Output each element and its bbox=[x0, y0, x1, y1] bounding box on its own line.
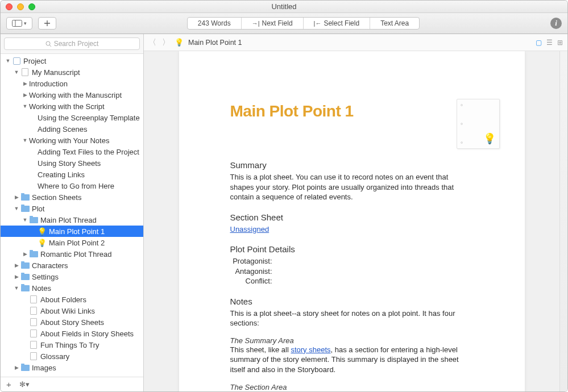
titlebar: Untitled bbox=[1, 1, 567, 13]
document-icon bbox=[20, 68, 30, 77]
tree-row[interactable]: ▶Images bbox=[1, 362, 143, 373]
list-view-button[interactable]: ☰ bbox=[546, 39, 553, 47]
tree-row[interactable]: About Fields in Story Sheets bbox=[1, 328, 143, 339]
word-count-button[interactable]: 243 Words bbox=[188, 18, 242, 29]
add-item-button[interactable]: + bbox=[6, 380, 11, 389]
tree-row[interactable]: ▶Settings bbox=[1, 271, 143, 282]
toolbar: ▾ 243 Words →|Next Field |←Select Field … bbox=[1, 13, 567, 34]
folder-icon bbox=[29, 249, 38, 258]
tree-item-label: Fun Things To Try bbox=[40, 341, 99, 349]
actions-menu-button[interactable]: ✻▾ bbox=[19, 380, 30, 389]
disclosure-triangle-icon[interactable]: ▼ bbox=[22, 103, 28, 109]
tree-row[interactable]: Creating Links bbox=[1, 169, 143, 180]
tree-row[interactable]: ▼My Manuscript bbox=[1, 66, 143, 78]
tree-row[interactable]: ▼Working with the Script bbox=[1, 101, 143, 112]
tree-row[interactable]: Using the Screenplay Template bbox=[1, 112, 143, 123]
disclosure-triangle-icon[interactable]: ▶ bbox=[22, 81, 28, 86]
folder-icon bbox=[20, 204, 30, 213]
folder-icon bbox=[29, 215, 38, 224]
sidebar-footer: + ✻▾ bbox=[1, 377, 143, 391]
notes-heading: Notes bbox=[230, 297, 474, 306]
tree-item-label: About Wiki Links bbox=[40, 307, 95, 315]
next-field-button[interactable]: →|Next Field bbox=[242, 18, 304, 29]
notes-intro[interactable]: This is a plot sheet--a story sheet for … bbox=[230, 308, 474, 328]
tree-row[interactable]: About Story Sheets bbox=[1, 316, 143, 328]
document-page: 💡 Main Plot Point 1 Summary This is a pl… bbox=[179, 51, 525, 391]
index-card[interactable]: 💡 bbox=[457, 99, 500, 149]
text-area-button[interactable]: Text Area bbox=[370, 18, 419, 29]
tree-row[interactable]: 💡Main Plot Point 2 bbox=[1, 237, 143, 248]
search-placeholder: Search Project bbox=[54, 40, 99, 48]
tree-row[interactable]: ▼Notes bbox=[1, 282, 143, 294]
tree-item-label: Introduction bbox=[29, 80, 68, 88]
select-field-button[interactable]: |←Select Field bbox=[304, 18, 371, 29]
project-tree[interactable]: ▼Project▼My Manuscript▶Introduction▶Work… bbox=[1, 54, 143, 377]
tree-row[interactable]: Adding Text Files to the Project bbox=[1, 146, 143, 157]
nav-back-button[interactable]: 〈 bbox=[148, 37, 156, 48]
disclosure-triangle-icon[interactable]: ▼ bbox=[14, 69, 19, 75]
tree-row[interactable]: Where to Go from Here bbox=[1, 180, 143, 191]
tree-row[interactable]: ▶Working with the Manuscript bbox=[1, 89, 143, 101]
page-title: Main Plot Point 1 bbox=[230, 102, 474, 120]
tree-row[interactable]: ▼Plot bbox=[1, 203, 143, 214]
summary-heading: Summary bbox=[230, 160, 474, 170]
tree-row[interactable]: Adding Scenes bbox=[1, 123, 143, 135]
section-sheet-link[interactable]: Unassigned bbox=[230, 225, 270, 233]
tree-row[interactable]: ▶Introduction bbox=[1, 78, 143, 89]
disclosure-triangle-icon[interactable]: ▼ bbox=[5, 58, 11, 64]
disclosure-triangle-icon[interactable]: ▼ bbox=[14, 206, 19, 211]
document-icon bbox=[29, 306, 38, 315]
tree-item-label: Main Plot Thread bbox=[40, 216, 97, 224]
tree-item-label: Working with the Script bbox=[29, 102, 105, 111]
search-wrap: Search Project bbox=[1, 34, 143, 54]
tree-row[interactable]: ▶Characters bbox=[1, 260, 143, 271]
folder-icon bbox=[20, 283, 30, 293]
svg-point-4 bbox=[46, 41, 50, 45]
disclosure-triangle-icon[interactable]: ▶ bbox=[14, 274, 19, 280]
info-button[interactable]: i bbox=[550, 18, 562, 29]
tree-item-label: About Fields in Story Sheets bbox=[40, 330, 134, 338]
summary-area-text[interactable]: This sheet, like all story sheets, has a… bbox=[230, 345, 474, 375]
disclosure-triangle-icon[interactable]: ▶ bbox=[14, 262, 19, 268]
disclosure-triangle-icon[interactable]: ▶ bbox=[22, 92, 28, 98]
disclosure-triangle-icon[interactable]: ▶ bbox=[22, 251, 28, 257]
tree-row[interactable]: ▼Project bbox=[1, 55, 143, 66]
document-icon bbox=[29, 329, 38, 338]
tree-item-label: Creating Links bbox=[38, 170, 85, 179]
search-input[interactable]: Search Project bbox=[4, 37, 140, 50]
tree-row[interactable]: Glossary bbox=[1, 351, 143, 362]
tree-row[interactable]: Using Story Sheets bbox=[1, 157, 143, 169]
disclosure-triangle-icon[interactable]: ▶ bbox=[14, 365, 19, 370]
tree-row[interactable]: ▼Working with Your Notes bbox=[1, 135, 143, 146]
svg-rect-0 bbox=[13, 20, 22, 27]
tree-row[interactable]: Fun Things To Try bbox=[1, 339, 143, 351]
tree-item-label: Project bbox=[23, 57, 46, 65]
tree-row[interactable]: ▼Main Plot Thread bbox=[1, 214, 143, 226]
section-sheet-heading: Section Sheet bbox=[230, 212, 474, 222]
tree-row[interactable]: 💡Main Plot Point 1 bbox=[1, 226, 143, 237]
single-view-button[interactable]: ▢ bbox=[536, 39, 542, 47]
summary-text[interactable]: This is a plot sheet. You can use it to … bbox=[230, 172, 474, 202]
disclosure-triangle-icon[interactable]: ▼ bbox=[22, 137, 28, 143]
nav-forward-button[interactable]: 〉 bbox=[162, 37, 170, 48]
sidebar-toggle-button[interactable]: ▾ bbox=[6, 17, 32, 30]
tree-row[interactable]: About Folders bbox=[1, 294, 143, 305]
tree-row[interactable]: About Wiki Links bbox=[1, 305, 143, 316]
tree-item-label: Using the Screenplay Template bbox=[38, 114, 140, 122]
tree-item-label: Images bbox=[32, 364, 56, 372]
tree-item-label: Plot bbox=[32, 205, 44, 213]
search-icon bbox=[45, 41, 52, 47]
document-scroll[interactable]: 💡 Main Plot Point 1 Summary This is a pl… bbox=[144, 51, 559, 391]
story-sheets-link[interactable]: story sheets bbox=[291, 345, 330, 354]
toolbar-segment: 243 Words →|Next Field |←Select Field Te… bbox=[187, 17, 420, 30]
disclosure-triangle-icon[interactable]: ▶ bbox=[14, 194, 19, 200]
tree-row[interactable]: ▶Romantic Plot Thread bbox=[1, 248, 143, 260]
disclosure-triangle-icon[interactable]: ▼ bbox=[22, 217, 28, 223]
tree-row[interactable]: ▶Section Sheets bbox=[1, 191, 143, 203]
tree-item-label: Working with the Manuscript bbox=[29, 91, 122, 99]
protagonist-field-label: Protagonist: bbox=[233, 256, 272, 266]
folder-icon bbox=[20, 261, 30, 270]
disclosure-triangle-icon[interactable]: ▼ bbox=[14, 285, 19, 291]
add-button[interactable] bbox=[38, 17, 56, 30]
corkboard-view-button[interactable]: ⊞ bbox=[557, 39, 563, 47]
